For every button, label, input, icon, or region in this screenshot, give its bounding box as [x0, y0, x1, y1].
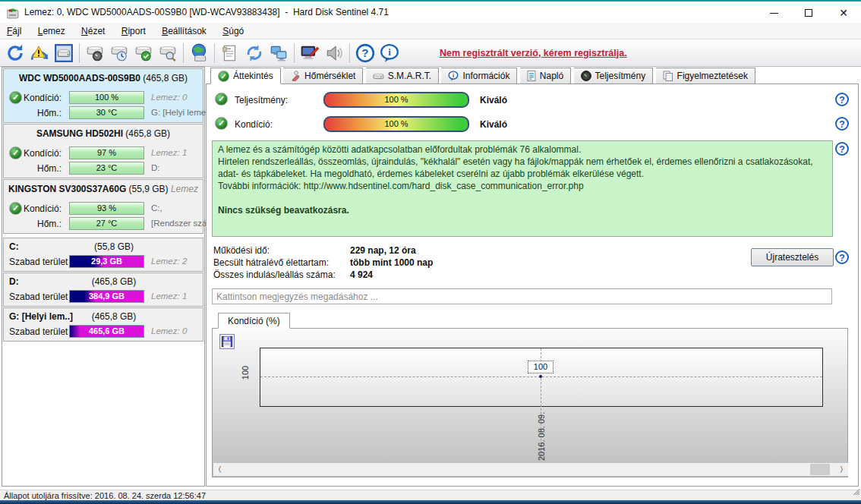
menu-disk[interactable]: Lemez — [31, 23, 72, 39]
performance-label: Teljesítmény: — [235, 95, 288, 106]
help-icon[interactable]: ? — [835, 250, 849, 264]
svg-text:i: i — [453, 72, 454, 79]
chart-scrollbar[interactable]: 〈 〉 — [213, 463, 848, 476]
free-space-label: Szabad terület — [9, 257, 68, 267]
pages-icon — [663, 71, 673, 81]
gauge-icon — [581, 71, 591, 81]
minimize-button[interactable] — [756, 2, 791, 24]
disk-view-button[interactable] — [52, 42, 75, 65]
network-disk-button[interactable] — [188, 42, 210, 65]
svg-text:i: i — [388, 46, 391, 58]
info-button[interactable]: i — [378, 42, 401, 65]
main-tab-bar: ✓ Áttekintés Hőmérséklet S.M.A.R.T. i In… — [210, 68, 859, 84]
stat-value: több mint 1000 nap — [350, 257, 433, 268]
menu-view[interactable]: Nézet — [74, 23, 112, 39]
info-balloon-icon: i — [448, 71, 459, 81]
partition-name: D: — [9, 276, 19, 287]
sound-button[interactable] — [323, 42, 345, 65]
disk-number: Lemez: 2 — [151, 257, 187, 266]
register-link[interactable]: Nem regisztrált verzió, kérem regisztrál… — [440, 48, 627, 58]
toolbar-separator — [214, 43, 215, 63]
scroll-right-arrow[interactable]: 〉 — [835, 463, 848, 476]
message-line: Hirtelen rendszerleállás, összeomlás, új… — [218, 156, 827, 180]
maximize-button[interactable] — [791, 2, 826, 24]
condition-rating: Kiváló — [480, 119, 507, 130]
partition-item-c[interactable]: C:(55,8 GB) Szabad terület 29,3 GB Lemez… — [3, 238, 203, 272]
disk-partitions: D: — [151, 163, 160, 172]
tab-overview[interactable]: ✓ Áttekintés — [210, 68, 281, 84]
disk-number: Lemez: 1 — [151, 291, 187, 301]
title-bar: Lemez: 0, WDC WD5000AADS-00S9B0 [WD-WCAV… — [0, 0, 861, 23]
performance-bar: 100 % — [323, 92, 469, 108]
disk-clock-button[interactable] — [108, 42, 131, 65]
message-advice: Nincs szükség beavatkozásra. — [218, 204, 827, 216]
refresh-button[interactable] — [4, 42, 27, 65]
disk-search-icon — [158, 43, 178, 63]
temperature-bar: 30 °C — [69, 106, 144, 119]
disk-check-button[interactable] — [132, 42, 155, 65]
help-icon[interactable]: ? — [835, 142, 849, 156]
ok-status-icon: ✓ — [215, 93, 228, 106]
tab-performance[interactable]: Teljesítmény — [574, 68, 654, 84]
condition-bar: 100 % — [323, 116, 469, 132]
scrollbar-thumb[interactable] — [810, 464, 830, 475]
menu-report[interactable]: Riport — [115, 23, 153, 39]
report-button[interactable] — [219, 42, 241, 65]
speaker-icon — [324, 43, 344, 63]
window-bottom-border — [0, 500, 861, 504]
window-title: Lemez: 0, WDC WD5000AADS-00S9B0 [WD-WCAV… — [24, 2, 389, 24]
chart-tab-condition[interactable]: Kondíció (%) — [218, 313, 290, 329]
save-chart-button[interactable] — [219, 334, 235, 349]
scroll-left-arrow[interactable]: 〈 — [213, 463, 226, 476]
help-icon[interactable]: ? — [835, 117, 849, 131]
partition-item-g[interactable]: G: [Helyi lem..](465,8 GB) Szabad terüle… — [3, 307, 203, 342]
disk-item-wdc[interactable]: WDC WD5000AADS-00S9B0 (465,8 GB) ✓ Kondí… — [3, 68, 203, 123]
report-icon — [220, 43, 240, 63]
disk-clock-icon — [109, 43, 129, 63]
free-space-label: Szabad terület — [9, 291, 68, 302]
rescan-problems-button[interactable] — [28, 42, 51, 65]
tab-information[interactable]: i Információk — [441, 68, 517, 84]
monitor-edit-button[interactable] — [298, 42, 321, 65]
help-icon[interactable]: ? — [835, 93, 849, 106]
toolbar-separator — [294, 43, 295, 63]
disk-item-samsung[interactable]: SAMSUNG HD502HI (465,8 GB) ✓ Kondíció: 9… — [3, 124, 203, 178]
sync-button[interactable] — [243, 42, 266, 65]
tab-log[interactable]: Napló — [520, 68, 571, 84]
disk-gauge-icon — [85, 43, 105, 63]
disk-search-button[interactable] — [156, 42, 179, 65]
help-button[interactable]: ? — [354, 42, 377, 65]
stat-value: 4 924 — [350, 269, 373, 280]
condition-history-chart: 100 100 2016. 08. 09. 〈 〉 — [212, 328, 848, 477]
comment-input[interactable] — [212, 288, 832, 304]
tab-temperature[interactable]: Hőmérséklet — [283, 68, 363, 84]
toolbar: ? i Nem regisztrált verzió, kérem regisz… — [0, 39, 861, 67]
menu-settings[interactable]: Beállítások — [155, 23, 213, 39]
disk-check-icon — [134, 43, 153, 63]
stat-label: Összes indulás/leállás száma: — [213, 269, 350, 280]
resize-grip[interactable] — [852, 487, 859, 495]
floppy-icon — [222, 336, 232, 347]
free-space-bar: 384,9 GB — [69, 290, 144, 303]
menu-help[interactable]: Súgó — [216, 23, 251, 39]
disk-gauge-button[interactable] — [84, 42, 106, 65]
network-computers-button[interactable] — [267, 42, 290, 65]
menu-file[interactable]: Fájl — [0, 23, 28, 39]
partition-size: (465,8 GB) — [72, 276, 156, 287]
maximize-icon — [805, 9, 812, 17]
warning-refresh-icon — [30, 43, 49, 63]
performance-rating: Kiváló — [480, 95, 507, 106]
tab-alerts[interactable]: Figyelmeztetések — [656, 68, 755, 84]
condition-bar: 93 % — [69, 202, 144, 215]
close-button[interactable]: ✕ — [826, 2, 861, 24]
partition-item-d[interactable]: D:(465,8 GB) Szabad terület 384,9 GB Lem… — [3, 272, 203, 307]
condition-label: Kondíció: — [24, 93, 62, 103]
y-axis-tick: 100 — [241, 366, 250, 380]
partition-size: (55,8 GB) — [72, 241, 156, 252]
temperature-label: Hőm.: — [37, 219, 62, 229]
retest-button[interactable]: Újratesztelés — [751, 248, 834, 266]
condition-bar: 100 % — [69, 91, 144, 104]
minimize-icon — [770, 13, 778, 14]
tab-smart[interactable]: S.M.A.R.T. — [366, 68, 439, 84]
disk-item-kingston[interactable]: KINGSTON SV300S37A60G (55,9 GB) Lemez ✓ … — [3, 179, 203, 234]
